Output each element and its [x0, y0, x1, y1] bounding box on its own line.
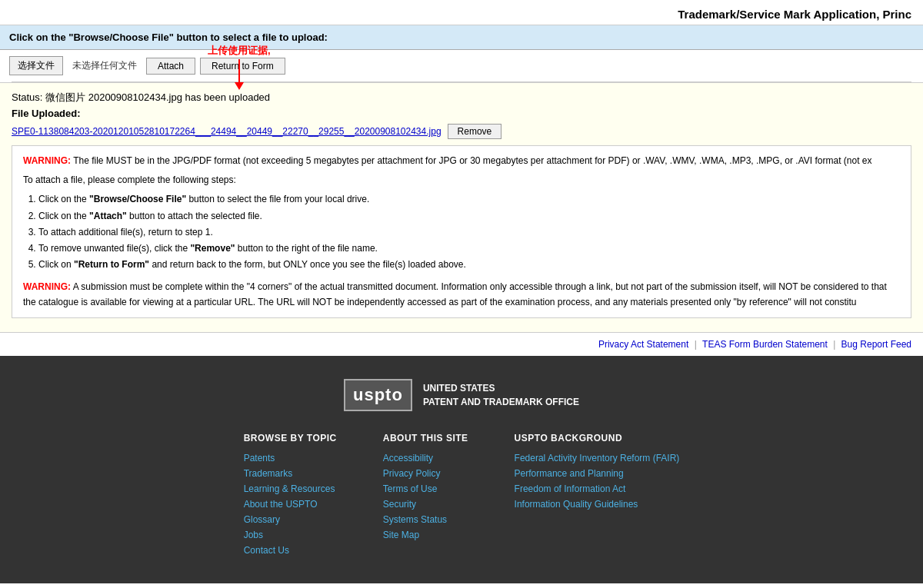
status-line: Status: 微信图片 20200908102434.jpg has been…	[12, 91, 911, 105]
footer-logo-row: uspto UNITED STATES PATENT AND TRADEMARK…	[344, 379, 579, 411]
annotation-text: 上传使用证据,	[208, 44, 271, 58]
uspto-logo: uspto	[344, 379, 412, 411]
footer-link-jobs[interactable]: Jobs	[244, 530, 337, 540]
footer-link-contact[interactable]: Contact Us	[244, 545, 337, 556]
footer-col-browse: BROWSE BY TOPIC Patents Trademarks Learn…	[244, 433, 337, 560]
footer-link-about[interactable]: About the USPTO	[244, 499, 337, 510]
about-heading: ABOUT THIS SITE	[383, 433, 468, 443]
footer-link-privacy[interactable]: Privacy Policy	[383, 468, 468, 479]
privacy-link[interactable]: Privacy Act Statement	[598, 339, 688, 350]
footer-link-sitemap[interactable]: Site Map	[383, 530, 468, 540]
footer-link-patents[interactable]: Patents	[244, 453, 337, 463]
footer-links-bar: Privacy Act Statement | TEAS Form Burden…	[0, 332, 923, 356]
status-label: Status: 微信图片 20200908102434.jpg has been…	[12, 91, 270, 103]
footer-inner: uspto UNITED STATES PATENT AND TRADEMARK…	[115, 379, 808, 560]
file-link[interactable]: SPE0-1138084203-20201201052810172264___2…	[12, 126, 442, 137]
footer-columns: BROWSE BY TOPIC Patents Trademarks Learn…	[244, 433, 680, 560]
footer-link-systems[interactable]: Systems Status	[383, 514, 468, 525]
attach-button[interactable]: Attach	[146, 58, 195, 75]
separator-2: |	[833, 339, 838, 350]
footer-link-glossary[interactable]: Glossary	[244, 514, 337, 525]
footer-link-trademarks[interactable]: Trademarks	[244, 468, 337, 479]
site-footer: uspto UNITED STATES PATENT AND TRADEMARK…	[0, 356, 923, 583]
steps-intro: To attach a file, please complete the fo…	[23, 173, 900, 188]
upload-instruction: Click on the "Browse/Choose File" button…	[0, 25, 923, 50]
step-5: Click on "Return to Form" and return bac…	[38, 257, 900, 272]
step-2: Click on the "Attach" button to attach t…	[38, 209, 900, 224]
arrow-line	[238, 59, 240, 82]
file-uploaded-label: File Uploaded:	[12, 108, 911, 119]
annotation-overlay: 上传使用证据,	[208, 44, 271, 90]
browse-button[interactable]: 选择文件	[9, 56, 63, 75]
step-4: To remove unwanted file(s), click the "R…	[38, 241, 900, 256]
footer-col-background: USPTO BACKGROUND Federal Activity Invent…	[515, 433, 680, 514]
warning-line2: WARNING: A submission must be complete w…	[23, 280, 900, 309]
step-1: Click on the "Browse/Choose File" button…	[38, 192, 900, 207]
no-file-label: 未选择任何文件	[68, 57, 142, 75]
warning-label-2: WARNING:	[23, 281, 71, 292]
footer-link-fair[interactable]: Federal Activity Inventory Reform (FAIR)	[515, 453, 680, 463]
background-heading: USPTO BACKGROUND	[515, 433, 680, 443]
footer-link-terms[interactable]: Terms of Use	[383, 483, 468, 494]
footer-link-performance[interactable]: Performance and Planning	[515, 468, 680, 479]
uspto-org-name: UNITED STATES PATENT AND TRADEMARK OFFIC…	[423, 381, 579, 409]
separator-1: |	[695, 339, 699, 350]
arrow-down	[235, 82, 244, 90]
remove-button[interactable]: Remove	[448, 124, 502, 139]
warning-text-2: A submission must be complete within the…	[23, 281, 887, 307]
footer-link-learning[interactable]: Learning & Resources	[244, 483, 337, 494]
footer-col-about: ABOUT THIS SITE Accessibility Privacy Po…	[383, 433, 468, 545]
button-row: 选择文件 未选择任何文件 Attach Return to Form 上传使用证…	[0, 50, 923, 81]
warning-line1: WARNING: The file MUST be in the JPG/PDF…	[23, 154, 900, 168]
file-row: SPE0-1138084203-20201201052810172264___2…	[12, 124, 911, 139]
footer-link-foia[interactable]: Freedom of Information Act	[515, 483, 680, 494]
warning-text-1: The file MUST be in the JPG/PDF format (…	[73, 155, 871, 166]
teas-link[interactable]: TEAS Form Burden Statement	[702, 339, 828, 350]
bug-link[interactable]: Bug Report Feed	[841, 339, 911, 350]
footer-link-accessibility[interactable]: Accessibility	[383, 453, 468, 463]
steps-list: Click on the "Browse/Choose File" button…	[38, 192, 900, 272]
page-title: Trademark/Service Mark Application, Prin…	[0, 0, 923, 25]
status-section: Status: 微信图片 20200908102434.jpg has been…	[0, 82, 923, 332]
footer-link-security[interactable]: Security	[383, 499, 468, 510]
step-3: To attach additional file(s), return to …	[38, 225, 900, 240]
footer-link-iqg[interactable]: Information Quality Guidelines	[515, 499, 680, 510]
warning-box: WARNING: The file MUST be in the JPG/PDF…	[12, 145, 911, 318]
browse-heading: BROWSE BY TOPIC	[244, 433, 337, 443]
warning-label-1: WARNING:	[23, 155, 71, 166]
